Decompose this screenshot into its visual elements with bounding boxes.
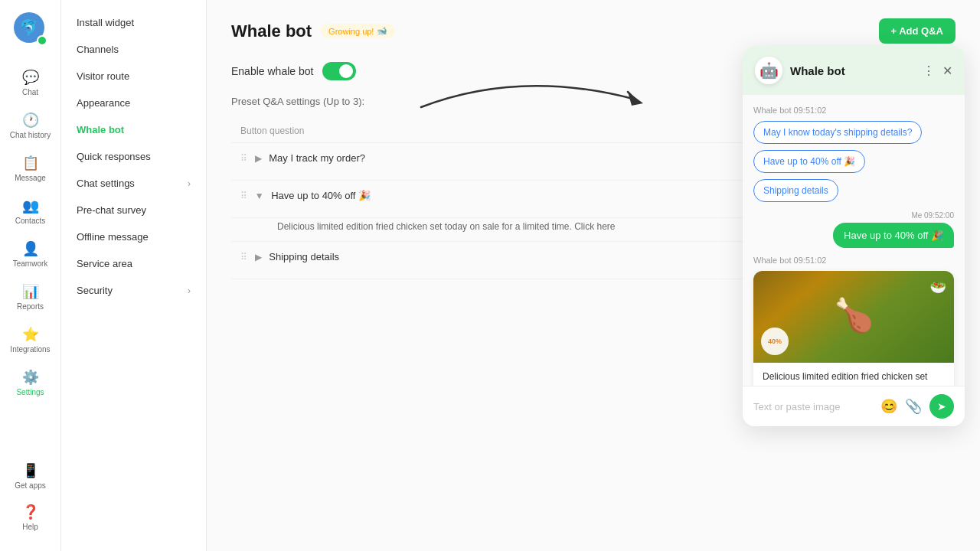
add-qa-button[interactable]: + Add Q&A [879, 18, 956, 44]
sidebar-item-teamwork[interactable]: 👤 Teamwork [6, 234, 55, 274]
menu-item-whale-bot[interactable]: Whale bot [61, 116, 206, 143]
chat-bubble-discount[interactable]: Have up to 40% off 🎉 [753, 150, 865, 173]
help-icon: ❓ [22, 504, 39, 520]
menu-item-label: Appearance [77, 97, 130, 109]
chat-footer: Text or paste image 😊 📎 ➤ [743, 386, 965, 426]
page-title: Whale bot [231, 21, 312, 41]
drag-handle-icon[interactable]: ⠿ [240, 191, 247, 201]
sidebar-item-label: Message [15, 174, 46, 182]
question-text: Shipping details [269, 251, 339, 262]
chat-history-icon: 🕐 [22, 112, 39, 129]
sidebar-item-get-apps[interactable]: 📱 Get apps [6, 456, 55, 496]
chat-bubble-shipping-details[interactable]: Shipping details [753, 179, 838, 202]
sidebar-item-contacts[interactable]: 👥 Contacts [6, 191, 55, 231]
sidebar-item-label: Settings [16, 388, 44, 396]
chat-timestamp-2: Whale bot 09:51:02 [753, 256, 954, 265]
get-apps-icon: 📱 [22, 462, 39, 479]
sidebar-item-message[interactable]: 📋 Message [6, 148, 55, 188]
badge-label: Growing up! [328, 27, 374, 36]
chevron-right-icon: › [188, 178, 191, 189]
menu-item-label: Install widget [77, 17, 134, 28]
sidebar-item-label: Help [22, 523, 38, 531]
chat-me-row: Have up to 40% off 🎉 [753, 223, 954, 248]
food-card-title: Delicious limited edition fried chicken … [763, 370, 945, 386]
sidebar-item-integrations[interactable]: ⭐ Integrations [6, 320, 55, 360]
menu-item-label: Chat settings [77, 178, 135, 189]
chat-icon: 💬 [22, 69, 39, 86]
settings-icon: ⚙️ [22, 369, 39, 386]
menu-item-label: Visitor route [77, 70, 129, 82]
whale-emoji: 🐋 [377, 26, 387, 36]
attachment-icon[interactable]: 📎 [905, 398, 922, 415]
menu-item-appearance[interactable]: Appearance [61, 90, 206, 116]
drag-handle-icon[interactable]: ⠿ [240, 153, 247, 164]
teamwork-icon: 👤 [22, 240, 39, 257]
enable-whale-bot-toggle[interactable] [322, 62, 356, 80]
chat-bubbles-row: May I know today's shipping details? Hav… [753, 121, 954, 202]
sidebar-item-label: Teamwork [13, 259, 48, 268]
expand-icon[interactable]: ▶ [255, 252, 262, 262]
sidebar-item-help[interactable]: ❓ Help [6, 497, 55, 537]
menu-item-install-widget[interactable]: Install widget [61, 9, 206, 36]
integrations-icon: ⭐ [22, 326, 39, 343]
growing-badge: Growing up! 🐋 [321, 24, 395, 38]
sidebar-item-label: Chat history [10, 131, 51, 139]
sidebar-item-label: Get apps [15, 481, 46, 490]
message-icon: 📋 [22, 155, 39, 171]
send-button[interactable]: ➤ [929, 394, 954, 419]
sidebar-item-chat-history[interactable]: 🕐 Chat history [6, 106, 55, 145]
menu-item-service-area[interactable]: Service area [61, 250, 206, 277]
menu-item-security[interactable]: Security › [61, 277, 206, 304]
page-header: Whale bot Growing up! 🐋 + Add Q&A [231, 18, 956, 44]
menu-item-quick-responses[interactable]: Quick responses [61, 143, 206, 170]
emoji-icon[interactable]: 😊 [880, 398, 897, 415]
menu-sidebar: Install widget Channels Visitor route Ap… [61, 0, 207, 551]
menu-item-visitor-route[interactable]: Visitor route [61, 63, 206, 90]
expand-icon-down[interactable]: ▼ [255, 191, 264, 201]
main-content: Whale bot Growing up! 🐋 + Add Q&A Enable… [207, 0, 980, 551]
menu-item-label: Quick responses [77, 151, 151, 162]
chat-body: Whale bot 09:51:02 May I know today's sh… [743, 95, 965, 386]
chat-food-card: 🍗 🥗 40% Delicious limited edition fried … [753, 271, 954, 386]
app-container: 🐬 💬 Chat 🕐 Chat history 📋 Message 👥 Cont… [0, 0, 980, 551]
sidebar-item-reports[interactable]: 📊 Reports [6, 277, 55, 317]
enable-label: Enable whale bot [231, 65, 313, 77]
menu-item-label: Service area [77, 258, 132, 269]
menu-item-label: Whale bot [77, 124, 124, 135]
sidebar-item-label: Reports [17, 302, 44, 311]
sidebar-item-label: Chat [22, 88, 38, 96]
expand-icon[interactable]: ▶ [255, 153, 262, 164]
chat-close-button[interactable]: ✕ [942, 64, 952, 78]
sidebar-item-settings[interactable]: ⚙️ Settings [6, 363, 55, 403]
menu-item-offline-message[interactable]: Offline message [61, 223, 206, 250]
chat-header: 🤖 Whale bot ⋮ ✕ [743, 46, 965, 95]
food-card-text: Delicious limited edition fried chicken … [753, 363, 954, 386]
app-logo: 🐬 [14, 12, 47, 46]
chat-input-placeholder: Text or paste image [753, 401, 873, 412]
contacts-icon: 👥 [22, 197, 39, 214]
sidebar-item-label: Integrations [10, 345, 50, 354]
page-title-row: Whale bot Growing up! 🐋 [231, 21, 395, 41]
drag-handle-icon[interactable]: ⠿ [240, 252, 247, 262]
sidebar-item-chat[interactable]: 💬 Chat [6, 63, 55, 103]
question-cell: ⠿ ▶ May I track my order? [231, 143, 693, 181]
col-question: Button question [231, 119, 693, 143]
chat-header-actions: ⋮ ✕ [923, 64, 952, 78]
menu-item-pre-chat-survey[interactable]: Pre-chat survey [61, 197, 206, 223]
nav-bottom: 📱 Get apps ❓ Help [6, 455, 55, 539]
reports-icon: 📊 [22, 283, 39, 300]
menu-item-chat-settings[interactable]: Chat settings › [61, 170, 206, 197]
menu-item-channels[interactable]: Channels [61, 36, 206, 63]
chat-timestamp: Whale bot 09:51:02 [753, 106, 954, 115]
question-text: Have up to 40% off 🎉 [271, 190, 371, 201]
chat-more-options-button[interactable]: ⋮ [923, 64, 935, 78]
chat-me-meta: Me 09:52:00 [753, 211, 954, 220]
logo-badge [37, 35, 47, 46]
food-image: 🍗 🥗 40% [753, 271, 954, 363]
menu-item-label: Offline message [77, 231, 149, 243]
chevron-right-icon-security: › [188, 285, 191, 296]
chat-me-bubble: Have up to 40% off 🎉 [833, 223, 954, 248]
chat-header-left: 🤖 Whale bot [755, 57, 845, 84]
chat-bubble-shipping-question[interactable]: May I know today's shipping details? [753, 121, 922, 144]
question-cell: ⠿ ▶ Shipping details [231, 242, 693, 279]
